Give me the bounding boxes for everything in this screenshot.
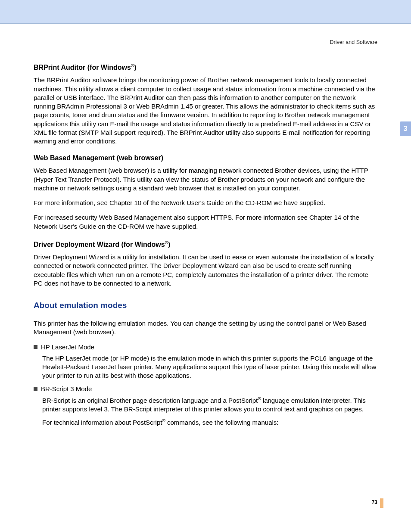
- running-header: Driver and Software: [34, 39, 377, 45]
- heading-driver: Driver Deployment Wizard (for Windows®): [34, 240, 377, 249]
- page-number: 73: [372, 499, 377, 505]
- chapter-tab: 3: [400, 121, 411, 136]
- registered-mark: ®: [258, 396, 261, 401]
- paragraph: For more information, see Chapter 10 of …: [34, 199, 377, 207]
- list-item: BR-Script 3 Mode: [34, 385, 377, 393]
- bullet-icon: [34, 387, 37, 391]
- heading-web: Web Based Management (web browser): [34, 154, 377, 162]
- text-post: commands, see the following manuals:: [165, 419, 279, 426]
- registered-mark: ®: [165, 240, 168, 245]
- text-pre: BR-Script is an original Brother page de…: [42, 397, 258, 404]
- heading-text: BRPrint Auditor (for Windows: [34, 64, 131, 71]
- registered-mark: ®: [162, 418, 165, 423]
- section-rule: [34, 313, 377, 313]
- paragraph: Web Based Management (web browser) is a …: [34, 166, 377, 193]
- list-item-note: For technical information about PostScri…: [42, 418, 377, 427]
- paragraph: Driver Deployment Wizard is a utility fo…: [34, 253, 377, 288]
- section-heading-emulation: About emulation modes: [34, 301, 377, 310]
- bullet-icon: [34, 345, 37, 349]
- heading-brprint: BRPrint Auditor (for Windows®): [34, 63, 377, 72]
- text-pre: For technical information about PostScri…: [42, 419, 162, 426]
- paragraph: This printer has the following emulation…: [34, 319, 377, 337]
- list-item-title: HP LaserJet Mode: [41, 343, 94, 352]
- heading-text: Driver Deployment Wizard (for Windows: [34, 241, 165, 248]
- list-item-body: BR-Script is an original Brother page de…: [42, 396, 377, 414]
- paragraph: The BRPrint Auditor software brings the …: [34, 76, 377, 146]
- page-content: Driver and Software BRPrint Auditor (for…: [0, 24, 411, 427]
- list-item-body: The HP LaserJet mode (or HP mode) is the…: [42, 354, 377, 380]
- page-number-accent: [380, 498, 383, 508]
- list-item-title: BR-Script 3 Mode: [41, 385, 92, 393]
- header-bar: [0, 0, 411, 24]
- paragraph: For increased security Web Based Managem…: [34, 213, 377, 231]
- heading-close: ): [134, 64, 136, 71]
- heading-close: ): [168, 241, 170, 248]
- list-item: HP LaserJet Mode: [34, 343, 377, 352]
